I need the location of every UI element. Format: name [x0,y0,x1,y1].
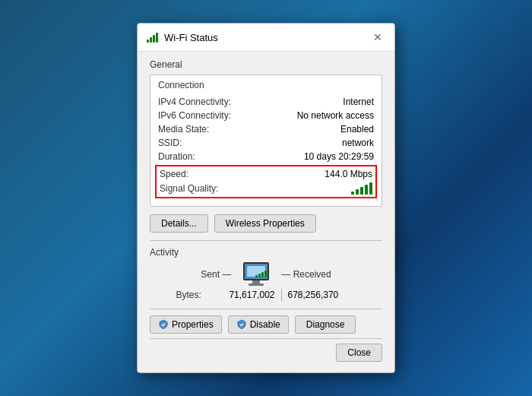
ipv4-row: IPv4 Connectivity: Internet [158,95,374,109]
media-row: Media State: Enabled [158,122,374,136]
bytes-received-value: 678,256,370 [288,290,356,300]
bytes-row: Bytes: 71,617,002 678,256,370 [150,289,382,301]
signal-bar-2 [356,189,359,195]
divider-2 [150,309,382,309]
monitor-base [249,284,264,286]
signal-label: Signal Quality: [160,183,243,194]
properties-shield-icon [158,319,169,330]
ipv6-label: IPv6 Connectivity: [158,110,242,121]
properties-button[interactable]: Properties [150,315,222,334]
ipv4-label: IPv4 Connectivity: [158,97,242,107]
wifi-title-icon [147,32,158,43]
bytes-sent-value: 71,617,002 [214,290,275,300]
m-bar-3 [261,272,264,277]
ssid-value: network [342,138,374,148]
diagnose-button[interactable]: Diagnose [295,315,356,334]
wifi-bar-1 [147,40,149,43]
wireless-properties-button[interactable]: Wireless Properties [214,214,316,233]
ipv6-value: No network access [297,110,374,121]
connection-label: Connection [158,80,374,90]
ssid-row: SSID: network [158,136,374,150]
details-button[interactable]: Details... [150,214,208,233]
general-label: General [150,59,382,70]
title-bar-left: Wi-Fi Status [147,32,218,43]
dialog-body: General Connection IPv4 Connectivity: In… [138,52,394,372]
signal-bar-5 [369,182,372,195]
close-title-button[interactable]: ✕ [370,30,385,45]
duration-row: Duration: 10 days 20:29:59 [158,150,374,163]
wifi-status-dialog: Wi-Fi Status ✕ General Connection IPv4 C… [137,23,395,373]
bottom-buttons: Properties Disable Diagnose [150,315,382,334]
title-bar: Wi-Fi Status ✕ [138,24,394,52]
duration-value: 10 days 20:29:59 [304,151,374,162]
ssid-label: SSID: [158,138,242,148]
ipv6-row: IPv6 Connectivity: No network access [158,109,374,122]
media-value: Enabled [340,124,374,135]
received-label: — Received [281,269,331,280]
signal-bars-icon [351,182,372,195]
highlighted-section: Speed: 144.0 Mbps Signal Quality: [155,165,377,198]
m-bar-4 [264,271,267,277]
activity-label: Activity [150,247,382,258]
close-button[interactable]: Close [336,344,382,362]
signal-bar-3 [360,187,363,195]
wifi-bar-2 [150,37,152,43]
monitor-signal-icon [255,271,267,277]
speed-label: Speed: [160,169,243,179]
bytes-divider [281,289,282,301]
ipv4-value: Internet [343,97,374,107]
close-row: Close [150,338,382,362]
speed-value: 144.0 Mbps [325,169,372,179]
signal-bar-1 [351,192,354,195]
signal-row: Signal Quality: [160,181,372,196]
sent-label: Sent — [201,269,231,280]
duration-label: Duration: [158,151,242,162]
disable-shield-icon [236,319,247,330]
m-bar-1 [255,275,258,277]
speed-row: Speed: 144.0 Mbps [160,167,372,181]
m-bar-2 [258,274,261,277]
dialog-title: Wi-Fi Status [164,32,218,43]
computer-icon [243,262,269,286]
signal-bar-4 [365,185,368,195]
activity-section: Activity Sent — [150,247,382,301]
media-label: Media State: [158,124,242,135]
divider-1 [150,240,382,241]
wifi-bar-4 [156,33,158,43]
activity-header-row: Sent — [150,262,382,286]
connection-buttons: Details... Wireless Properties [150,214,382,233]
wifi-bar-3 [153,35,155,43]
bytes-label: Bytes: [176,290,214,300]
connection-group: Connection IPv4 Connectivity: Internet I… [150,74,382,207]
monitor [243,262,269,280]
disable-button[interactable]: Disable [228,315,289,334]
